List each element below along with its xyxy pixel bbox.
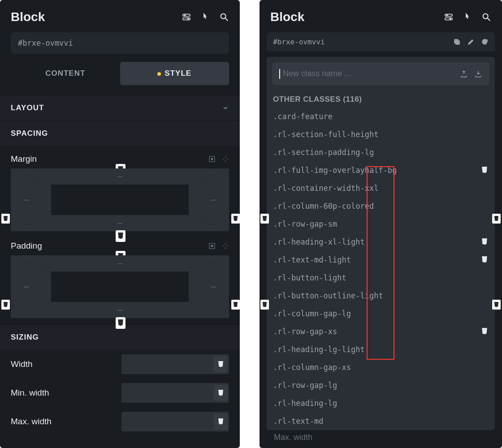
class-item[interactable]: .card-feature (267, 108, 495, 125)
margin-diagram[interactable]: – – – – (11, 168, 229, 231)
import-icon[interactable] (474, 70, 482, 78)
left-panel: Block #brxe-ovmvvi CONTENT STYLE LAYOUT (0, 0, 240, 448)
new-class-input-wrap (272, 62, 489, 85)
class-name: .rl-column-gap-lg (273, 309, 351, 318)
min-width-input[interactable] (121, 383, 229, 403)
class-name: .rl-section-full-height (273, 130, 378, 139)
class-item[interactable]: .rl-row-gap-lg (267, 376, 495, 394)
tab-content[interactable]: CONTENT (11, 62, 120, 85)
class-name: .rl-button-light (273, 273, 346, 282)
class-item[interactable]: .rl-heading-xl-light (267, 233, 495, 251)
class-name: .rl-text-md-light (273, 255, 351, 264)
svg-rect-7 (211, 158, 213, 160)
class-item[interactable]: .rl-section-full-height (267, 125, 495, 143)
export-icon[interactable] (460, 70, 468, 78)
css3-icon (1, 214, 10, 224)
class-name: .rl-full-img-overlayhalf-bg (273, 166, 397, 175)
svg-point-1 (184, 14, 186, 16)
faded-max-width-row: Max. width (267, 429, 495, 446)
svg-line-5 (225, 18, 228, 21)
class-name: .rl-section-padding-lg (273, 148, 374, 157)
toggle-icon[interactable] (182, 12, 191, 22)
tabs: CONTENT STYLE (11, 62, 229, 85)
section-spacing: SPACING (0, 121, 240, 146)
svg-point-13 (450, 18, 451, 20)
css3-icon (116, 317, 126, 329)
class-name: .rl-row-gap-xs (273, 327, 337, 336)
text-caret (279, 69, 280, 79)
css3-icon (260, 300, 269, 310)
svg-point-14 (483, 14, 488, 19)
css3-icon (480, 166, 489, 175)
css3-icon (492, 300, 501, 310)
class-item[interactable]: .rl-row-gap-sm (267, 215, 495, 233)
css3-icon (214, 414, 227, 430)
class-name: .rl-row-gap-lg (273, 381, 337, 390)
css3-icon (116, 230, 126, 242)
class-item[interactable]: .rl-button-light (267, 269, 495, 287)
panel-header: Block (0, 0, 240, 32)
svg-rect-17 (454, 39, 459, 43)
panel-title: Block (270, 10, 304, 24)
tab-style[interactable]: STYLE (120, 62, 229, 85)
class-name: .rl-row-gap-sm (273, 220, 337, 228)
panel-header: Block (260, 0, 502, 32)
class-item[interactable]: .rl-container-width-xxl (267, 179, 495, 197)
right-panel: Block #brxe-ovmvvi (260, 0, 502, 448)
max-width-row: Max. width (0, 407, 240, 436)
box-model-icon[interactable] (208, 155, 216, 163)
css3-icon (214, 356, 227, 372)
svg-point-11 (446, 14, 448, 16)
class-name: .rl-heading-xl-light (273, 237, 365, 246)
panel-title: Block (11, 10, 45, 24)
class-item[interactable]: .rl-row-gap-xs (267, 323, 495, 340)
link-sides-icon[interactable] (222, 155, 229, 163)
class-item[interactable]: .rl-button-outline-light (267, 287, 495, 305)
css3-icon (214, 385, 227, 401)
class-name: .rl-text-md (273, 417, 324, 426)
selector-input[interactable]: #brxe-ovmvvi (11, 32, 229, 54)
class-item[interactable]: .rl-column-gap-xs (267, 358, 495, 376)
class-name: .card-feature (273, 112, 333, 121)
link-sides-icon[interactable] (222, 242, 229, 250)
class-item[interactable]: .rl-heading-lg-light (267, 340, 495, 358)
css3-icon (231, 300, 240, 310)
class-item[interactable]: .rl-text-md-light (267, 251, 495, 269)
search-icon[interactable] (481, 12, 491, 22)
class-item[interactable]: .rl-column-60p-colored (267, 197, 495, 215)
class-list[interactable]: .card-feature.rl-section-full-height.rl-… (267, 108, 495, 430)
class-item[interactable]: .rl-column-gap-lg (267, 305, 495, 323)
css3-icon (231, 214, 240, 224)
pointer-icon[interactable] (463, 12, 472, 22)
section-layout[interactable]: LAYOUT (0, 95, 240, 121)
class-item[interactable]: .rl-heading-lg (267, 394, 495, 412)
box-model-icon[interactable] (208, 242, 216, 250)
css3-icon (480, 255, 489, 264)
new-class-input[interactable] (282, 69, 460, 79)
svg-point-4 (221, 14, 226, 19)
width-input[interactable] (121, 354, 229, 374)
svg-rect-9 (211, 245, 213, 247)
selector-chip[interactable]: #brxe-ovmvvi (267, 32, 495, 52)
svg-point-3 (187, 18, 189, 20)
css3-icon (480, 327, 489, 336)
copy-icon[interactable] (453, 38, 461, 46)
other-classes-header: OTHER CLASSES (116) (267, 90, 495, 108)
edit-icon[interactable] (467, 38, 475, 46)
svg-line-15 (488, 18, 490, 21)
refresh-icon[interactable] (481, 38, 489, 46)
padding-diagram[interactable]: – – – – (11, 255, 229, 318)
class-item[interactable]: .rl-text-md (267, 412, 495, 430)
class-item[interactable]: .rl-section-padding-lg (267, 143, 495, 161)
min-width-row: Min. width (0, 379, 240, 407)
chevron-down-icon (222, 104, 229, 112)
search-icon[interactable] (219, 12, 229, 22)
class-item[interactable]: .rl-full-img-overlayhalf-bg (267, 161, 495, 179)
class-name: .rl-column-gap-xs (273, 363, 351, 372)
max-width-input[interactable] (121, 412, 229, 431)
toggle-icon[interactable] (444, 12, 454, 22)
class-name: .rl-button-outline-light (273, 291, 383, 300)
class-name: .rl-column-60p-colored (273, 202, 374, 211)
pointer-icon[interactable] (200, 12, 210, 22)
css3-icon (492, 214, 501, 224)
